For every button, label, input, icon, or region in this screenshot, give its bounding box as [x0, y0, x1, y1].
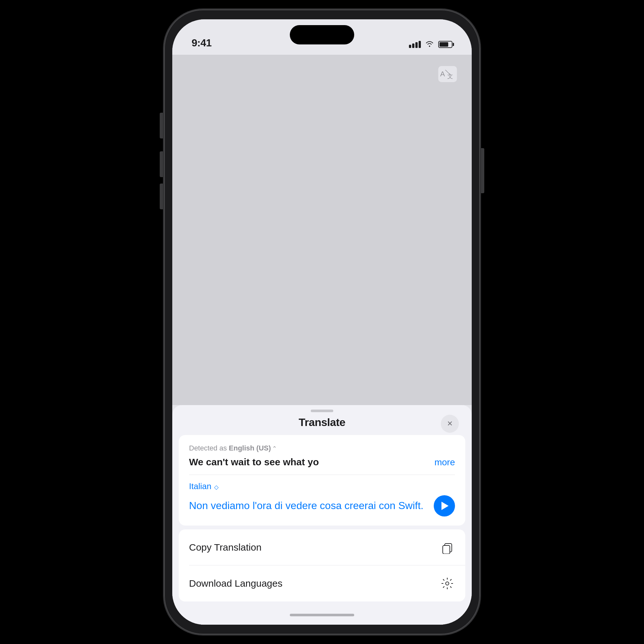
sheet-title: Translate: [299, 416, 346, 429]
play-button[interactable]: [434, 495, 455, 516]
download-languages-label: Download Languages: [189, 578, 282, 589]
sheet-header: Translate ✕: [172, 415, 472, 435]
translate-app-icon[interactable]: A 文: [436, 64, 459, 84]
detected-language-label[interactable]: Detected as English (US) ⌃: [189, 444, 455, 452]
status-time: 9:41: [192, 37, 212, 49]
target-language-selector[interactable]: Italian ◇: [189, 481, 219, 491]
detected-lang-value: English (US): [229, 444, 271, 452]
source-text-row: We can't wait to see what yo more: [189, 456, 455, 468]
divider: [189, 475, 455, 475]
translation-card: Detected as English (US) ⌃ We can't wait…: [179, 435, 465, 526]
detected-prefix: Detected as: [189, 444, 229, 452]
target-lang-row: Italian ◇: [189, 481, 455, 491]
home-indicator: [290, 614, 354, 616]
svg-text:A: A: [440, 70, 445, 78]
copy-translation-row[interactable]: Copy Translation: [179, 529, 465, 565]
close-icon: ✕: [447, 420, 453, 427]
battery-icon: [438, 41, 452, 48]
target-lang-chevron: ◇: [213, 484, 219, 490]
translated-text: Non vediamo l'ora di vedere cosa creerai…: [189, 499, 427, 513]
phone-screen: 9:41: [172, 19, 472, 625]
bottom-sheet: Translate ✕ Detected as English (US) ⌃ W…: [172, 405, 472, 625]
wifi-icon: [425, 40, 434, 49]
copy-translation-label: Copy Translation: [189, 542, 261, 553]
svg-point-5: [446, 582, 449, 585]
sheet-handle: [311, 410, 333, 412]
copy-icon: [440, 540, 455, 555]
play-icon: [441, 502, 449, 510]
settings-icon: [440, 576, 455, 591]
close-button[interactable]: ✕: [441, 415, 459, 433]
status-icons: [409, 40, 452, 49]
home-indicator-area: [172, 605, 472, 625]
download-languages-row[interactable]: Download Languages: [179, 565, 465, 601]
action-list: Copy Translation Download Languages: [179, 529, 465, 601]
more-link[interactable]: more: [434, 457, 455, 468]
source-text: We can't wait to see what yo: [189, 456, 431, 468]
phone-device: 9:41: [164, 10, 480, 634]
svg-text:文: 文: [447, 73, 453, 80]
translation-row: Non vediamo l'ora di vedere cosa creerai…: [189, 495, 455, 516]
svg-rect-4: [443, 545, 450, 554]
sheet-handle-container: [172, 405, 472, 415]
main-content: A 文: [172, 55, 472, 405]
signal-icon: [409, 41, 421, 48]
dynamic-island: [290, 25, 354, 44]
status-bar: 9:41: [172, 19, 472, 55]
lang-selector-chevron: ⌃: [272, 445, 277, 452]
